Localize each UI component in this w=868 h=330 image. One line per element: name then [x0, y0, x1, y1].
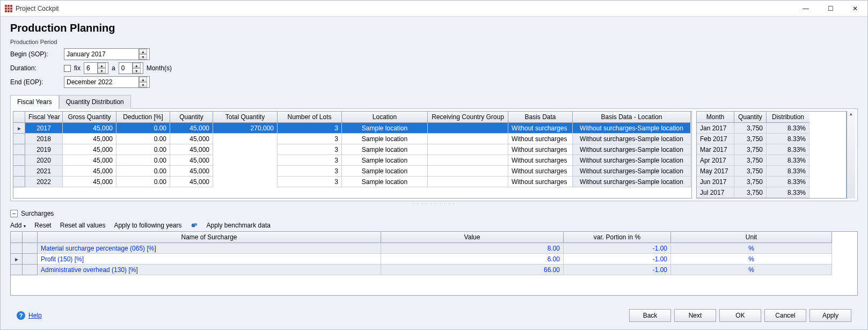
dist-cell[interactable]: 3,750 — [734, 155, 767, 166]
fiscal-cell[interactable]: 3 — [278, 155, 342, 166]
fiscal-cell[interactable] — [428, 134, 508, 144]
surcharge-value[interactable]: 66.00 — [381, 265, 564, 275]
table-row[interactable]: Apr 20173,7508.33% — [697, 155, 846, 166]
dist-cell[interactable]: 8.33% — [767, 155, 809, 166]
table-row[interactable]: 201945,0000.0045,0003Sample locationWith… — [13, 144, 691, 155]
dist-cell[interactable]: Feb 2017 — [697, 134, 734, 144]
surcharge-name[interactable]: Administrative overhead (130) [%] — [38, 265, 381, 275]
fiscal-header[interactable]: Quantity — [170, 112, 213, 123]
fiscal-cell[interactable]: 2021 — [25, 166, 63, 177]
fiscal-cell[interactable]: 45,000 — [63, 123, 116, 134]
dist-cell[interactable]: 8.33% — [767, 187, 809, 198]
table-row[interactable]: Jul 20173,7508.33% — [697, 187, 846, 198]
cancel-button[interactable]: Cancel — [764, 309, 806, 322]
duration-years-spinner[interactable]: ▲▼ — [97, 63, 106, 74]
table-row[interactable]: ▸Profit (150) [%]6.00-1.00% — [11, 254, 857, 265]
fiscal-header[interactable]: Fiscal Year — [25, 112, 63, 123]
fiscal-cell[interactable]: Without surcharges-Sample location — [573, 177, 691, 187]
reset-button[interactable]: Reset — [34, 222, 51, 229]
dist-header[interactable]: Distribution — [767, 112, 809, 123]
dist-cell[interactable]: Apr 2017 — [697, 155, 734, 166]
fiscal-cell[interactable]: 45,000 — [170, 123, 213, 134]
fiscal-header[interactable]: Location — [342, 112, 428, 123]
dist-cell[interactable]: May 2017 — [697, 166, 734, 177]
fiscal-cell[interactable] — [428, 166, 508, 177]
fiscal-cell[interactable]: 45,000 — [63, 155, 116, 166]
fiscal-cell[interactable]: Without surcharges-Sample location — [573, 134, 691, 144]
dist-cell[interactable]: 8.33% — [767, 177, 809, 187]
fiscal-cell[interactable]: 0.00 — [116, 123, 170, 134]
surcharge-var[interactable]: -1.00 — [564, 243, 671, 254]
dist-cell[interactable]: 3,750 — [734, 144, 767, 155]
tab-fiscal-years[interactable]: Fiscal Years — [10, 95, 59, 109]
table-row[interactable]: Mar 20173,7508.33% — [697, 144, 846, 155]
distribution-grid[interactable]: MonthQuantityDistributionJan 20173,7508.… — [696, 111, 847, 199]
add-button[interactable]: Add — [10, 222, 26, 229]
dist-cell[interactable]: 8.33% — [767, 134, 809, 144]
surcharge-name[interactable]: Material surcharge percentage (065) [%] — [38, 243, 381, 254]
fiscal-cell[interactable]: 3 — [278, 134, 342, 144]
surcharge-header[interactable]: Unit — [671, 232, 832, 243]
fiscal-cell[interactable]: 45,000 — [63, 134, 116, 144]
dist-header[interactable]: Quantity — [734, 112, 767, 123]
end-date-spinner[interactable]: ▲▼ — [138, 77, 147, 87]
surcharge-header[interactable]: Value — [381, 232, 564, 243]
fiscal-cell[interactable]: 2022 — [25, 177, 63, 187]
fiscal-cell[interactable]: 3 — [278, 177, 342, 187]
surcharge-unit[interactable]: % — [671, 243, 832, 254]
fiscal-cell[interactable] — [213, 134, 278, 144]
fiscal-cell[interactable]: 0.00 — [116, 134, 170, 144]
back-button[interactable]: Back — [629, 309, 671, 322]
fix-checkbox[interactable] — [64, 65, 71, 72]
fiscal-cell[interactable]: Without surcharges-Sample location — [573, 123, 691, 134]
duration-months-input[interactable]: 0 ▲▼ — [119, 62, 143, 74]
fiscal-header[interactable]: Gross Quantity — [63, 112, 116, 123]
surcharge-header[interactable]: Name of Surcharge — [38, 232, 381, 243]
fiscal-cell[interactable]: Without surcharges — [508, 177, 573, 187]
maximize-button[interactable]: ☐ — [818, 1, 843, 17]
fiscal-cell[interactable] — [428, 177, 508, 187]
apply-button[interactable]: Apply — [809, 309, 851, 322]
fiscal-cell[interactable]: 2020 — [25, 155, 63, 166]
fiscal-cell[interactable] — [213, 144, 278, 155]
fiscal-cell[interactable]: Without surcharges — [508, 144, 573, 155]
next-button[interactable]: Next — [674, 309, 716, 322]
fiscal-cell[interactable] — [213, 166, 278, 177]
table-row[interactable]: Administrative overhead (130) [%]66.00-1… — [11, 265, 857, 275]
begin-date-select[interactable]: January 2017 ▲▼ — [64, 48, 150, 60]
table-row[interactable]: Jan 20173,7508.33% — [697, 123, 846, 134]
table-row[interactable]: May 20173,7508.33% — [697, 166, 846, 177]
surcharge-value[interactable]: 6.00 — [381, 254, 564, 265]
splitter[interactable]: · · · · · · · · · · — [10, 201, 858, 206]
fiscal-cell[interactable]: 45,000 — [170, 166, 213, 177]
dist-cell[interactable]: Jan 2017 — [697, 123, 734, 134]
fiscal-cell[interactable]: 3 — [278, 123, 342, 134]
fiscal-grid[interactable]: Fiscal YearGross QuantityDeduction [%]Qu… — [13, 111, 692, 199]
fiscal-cell[interactable]: Sample location — [342, 134, 428, 144]
fiscal-cell[interactable]: 45,000 — [63, 144, 116, 155]
fiscal-cell[interactable]: 45,000 — [170, 155, 213, 166]
surcharge-var[interactable]: -1.00 — [564, 265, 671, 275]
fiscal-cell[interactable]: 2017 — [25, 123, 63, 134]
dist-cell[interactable]: 3,750 — [734, 187, 767, 198]
help-link[interactable]: Help — [28, 312, 42, 319]
fiscal-cell[interactable]: Sample location — [342, 144, 428, 155]
table-row[interactable]: 202145,0000.0045,0003Sample locationWith… — [13, 166, 691, 177]
ok-button[interactable]: OK — [719, 309, 761, 322]
collapse-surcharges-button[interactable]: – — [10, 210, 18, 217]
apply-following-button[interactable]: Apply to following years — [114, 222, 181, 229]
fiscal-cell[interactable]: Without surcharges — [508, 155, 573, 166]
surcharge-value[interactable]: 8.00 — [381, 243, 564, 254]
dist-cell[interactable]: 3,750 — [734, 166, 767, 177]
fiscal-cell[interactable]: 45,000 — [170, 177, 213, 187]
reset-all-button[interactable]: Reset all values — [60, 222, 106, 229]
fiscal-cell[interactable]: 45,000 — [63, 177, 116, 187]
dist-cell[interactable]: 3,750 — [734, 134, 767, 144]
minimize-button[interactable]: — — [793, 1, 818, 17]
fiscal-cell[interactable]: Without surcharges — [508, 123, 573, 134]
fiscal-cell[interactable] — [213, 177, 278, 187]
fiscal-cell[interactable]: 0.00 — [116, 144, 170, 155]
fiscal-cell[interactable]: 2019 — [25, 144, 63, 155]
dist-cell[interactable]: 8.33% — [767, 166, 809, 177]
fiscal-cell[interactable]: 45,000 — [63, 166, 116, 177]
